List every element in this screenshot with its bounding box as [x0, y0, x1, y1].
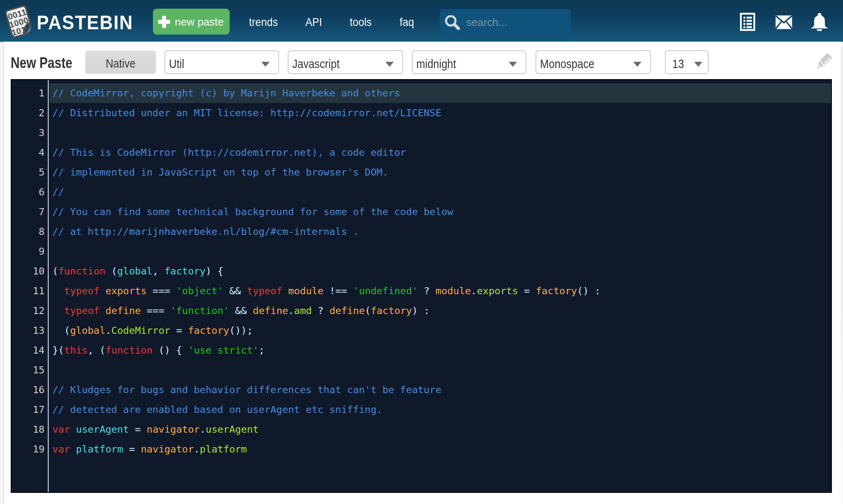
line-number: 7	[20, 202, 45, 222]
line-number: 4	[20, 143, 45, 162]
new-paste-label: new paste	[175, 16, 224, 28]
code-line[interactable]: // detected are enabled based on userAge…	[49, 400, 831, 420]
search-icon	[445, 15, 461, 32]
code-line[interactable]: // Kludges for bugs and behavior differe…	[49, 380, 831, 400]
pastebin-logo-icon[interactable]: 0011 1000 101	[3, 3, 35, 40]
code-line[interactable]: (global.CodeMirror = factory());	[49, 321, 831, 340]
line-number: 13	[20, 321, 45, 340]
theme-value: midnight	[416, 57, 456, 71]
line-number: 8	[20, 222, 45, 241]
line-number: 10	[20, 261, 45, 281]
messages-icon[interactable]	[775, 15, 792, 29]
search-box	[440, 9, 571, 35]
code-line[interactable]: var userAgent = navigator.userAgent	[49, 420, 831, 439]
editor-gutter: 12345678910111213141516171819	[12, 80, 49, 492]
code-line[interactable]	[49, 360, 831, 380]
code-line[interactable]: typeof exports === 'object' && typeof mo…	[49, 281, 831, 301]
plus-icon	[158, 16, 170, 28]
line-number: 17	[20, 400, 45, 420]
new-paste-button[interactable]: new paste	[153, 9, 230, 35]
brand-title[interactable]: PASTEBIN	[37, 1, 133, 43]
code-line[interactable]	[49, 241, 831, 261]
code-line[interactable]: }(this, (function () { 'use strict';	[49, 340, 831, 360]
code-line[interactable]: // You can find some technical backgroun…	[49, 202, 831, 222]
line-number: 5	[20, 162, 45, 182]
editor-code-area[interactable]: // CodeMirror, copyright (c) by Marijn H…	[49, 80, 831, 492]
native-label: Native	[106, 56, 135, 70]
chevron-down-icon	[509, 62, 517, 67]
theme-select[interactable]: midnight	[412, 50, 526, 74]
line-number: 1	[20, 83, 45, 103]
search-input[interactable]	[466, 16, 561, 29]
highlighter-pen-icon[interactable]	[813, 53, 832, 71]
line-number: 6	[20, 182, 45, 202]
line-number: 3	[20, 123, 45, 143]
chevron-down-icon	[633, 62, 641, 67]
toolbar: New Paste Native Util Javascript midnigh…	[0, 42, 843, 79]
native-button[interactable]: Native	[85, 51, 156, 73]
notifications-icon[interactable]	[810, 13, 829, 31]
nav-link-faq[interactable]: faq	[366, 1, 448, 43]
font-size-select[interactable]: 13	[665, 50, 709, 74]
code-editor[interactable]: 12345678910111213141516171819 // CodeMir…	[11, 79, 832, 493]
font-size-value: 13	[672, 57, 684, 71]
pastes-list-icon[interactable]	[740, 13, 755, 31]
code-line[interactable]: // at http://marijnhaverbeke.nl/blog/#cm…	[49, 222, 831, 241]
font-value: Monospace	[540, 57, 594, 71]
line-number: 15	[20, 360, 45, 380]
line-number: 11	[20, 281, 45, 301]
chevron-down-icon	[694, 62, 702, 67]
code-line[interactable]: // Distributed under an MIT license: htt…	[49, 103, 831, 123]
line-number: 2	[20, 103, 45, 123]
code-line[interactable]	[49, 123, 831, 143]
category-value: Util	[169, 57, 184, 71]
code-line[interactable]: typeof define === 'function' && define.a…	[49, 301, 831, 321]
code-line[interactable]: (function (global, factory) {	[49, 261, 831, 281]
code-line[interactable]: // CodeMirror, copyright (c) by Marijn H…	[49, 83, 831, 103]
code-line[interactable]: // implemented in JavaScript on top of t…	[49, 162, 831, 182]
navbar: 0011 1000 101 PASTEBIN new paste trendsA…	[0, 0, 843, 42]
frame-dotted-border	[841, 47, 842, 504]
code-line[interactable]: //	[49, 182, 831, 202]
chevron-down-icon	[261, 62, 270, 67]
line-number: 12	[20, 301, 45, 321]
category-select[interactable]: Util	[164, 50, 279, 74]
font-select[interactable]: Monospace	[535, 50, 651, 74]
line-number: 14	[20, 340, 45, 360]
syntax-select[interactable]: Javascript	[288, 50, 403, 74]
line-number: 16	[20, 380, 45, 400]
line-number: 18	[20, 420, 45, 439]
line-number: 9	[20, 241, 45, 261]
chevron-down-icon	[385, 62, 394, 67]
line-number: 19	[20, 439, 45, 459]
code-line[interactable]: var platform = navigator.platform	[49, 439, 831, 459]
syntax-value: Javascript	[292, 57, 340, 71]
code-line[interactable]: // This is CodeMirror (http://codemirror…	[49, 143, 831, 162]
page-title: New Paste	[11, 44, 72, 82]
